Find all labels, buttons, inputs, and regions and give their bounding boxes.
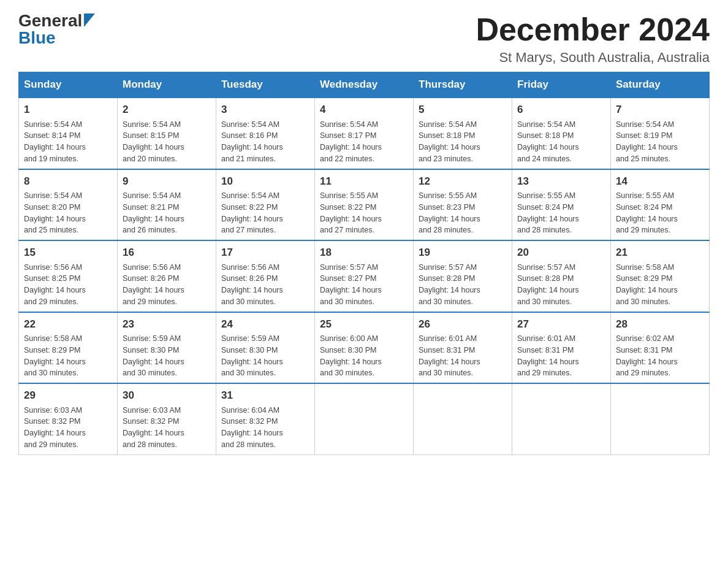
day-number: 15 — [24, 245, 112, 261]
day-info: Sunrise: 6:03 AMSunset: 8:32 PMDaylight:… — [123, 405, 211, 451]
weekday-header-tuesday: Tuesday — [216, 72, 315, 98]
day-cell-5: 5Sunrise: 5:54 AMSunset: 8:18 PMDaylight… — [414, 98, 512, 169]
empty-cell — [611, 383, 710, 454]
day-cell-1: 1Sunrise: 5:54 AMSunset: 8:14 PMDaylight… — [19, 98, 118, 169]
day-cell-23: 23Sunrise: 5:59 AMSunset: 8:30 PMDayligh… — [118, 312, 216, 384]
day-info: Sunrise: 6:00 AMSunset: 8:30 PMDaylight:… — [320, 333, 408, 379]
day-cell-18: 18Sunrise: 5:57 AMSunset: 8:27 PMDayligh… — [315, 240, 414, 312]
logo-blue: Blue — [18, 29, 56, 47]
day-cell-26: 26Sunrise: 6:01 AMSunset: 8:31 PMDayligh… — [414, 312, 512, 384]
day-info: Sunrise: 6:04 AMSunset: 8:32 PMDaylight:… — [221, 405, 309, 451]
day-cell-20: 20Sunrise: 5:57 AMSunset: 8:28 PMDayligh… — [512, 240, 611, 312]
day-cell-6: 6Sunrise: 5:54 AMSunset: 8:18 PMDaylight… — [512, 98, 611, 169]
day-info: Sunrise: 5:58 AMSunset: 8:29 PMDaylight:… — [24, 333, 112, 379]
day-cell-12: 12Sunrise: 5:55 AMSunset: 8:23 PMDayligh… — [414, 169, 512, 241]
day-cell-25: 25Sunrise: 6:00 AMSunset: 8:30 PMDayligh… — [315, 312, 414, 384]
day-info: Sunrise: 5:54 AMSunset: 8:18 PMDaylight:… — [419, 119, 507, 165]
day-number: 26 — [419, 316, 507, 332]
day-number: 21 — [616, 245, 704, 261]
day-cell-22: 22Sunrise: 5:58 AMSunset: 8:29 PMDayligh… — [19, 312, 118, 384]
logo: General Blue — [18, 12, 95, 47]
day-info: Sunrise: 5:54 AMSunset: 8:20 PMDaylight:… — [24, 190, 112, 236]
day-info: Sunrise: 5:54 AMSunset: 8:17 PMDaylight:… — [320, 119, 408, 165]
day-number: 8 — [24, 174, 112, 190]
day-number: 11 — [320, 174, 408, 190]
day-number: 20 — [517, 245, 605, 261]
day-number: 6 — [517, 102, 605, 118]
day-cell-19: 19Sunrise: 5:57 AMSunset: 8:28 PMDayligh… — [414, 240, 512, 312]
day-number: 18 — [320, 245, 408, 261]
title-block: December 2024 St Marys, South Australia,… — [476, 12, 710, 66]
day-number: 12 — [419, 174, 507, 190]
day-cell-7: 7Sunrise: 5:54 AMSunset: 8:19 PMDaylight… — [611, 98, 710, 169]
empty-cell — [315, 383, 414, 454]
day-info: Sunrise: 5:56 AMSunset: 8:25 PMDaylight:… — [24, 262, 112, 308]
day-info: Sunrise: 5:59 AMSunset: 8:30 PMDaylight:… — [123, 333, 211, 379]
day-cell-29: 29Sunrise: 6:03 AMSunset: 8:32 PMDayligh… — [19, 383, 118, 454]
day-number: 5 — [419, 102, 507, 118]
week-row-1: 1Sunrise: 5:54 AMSunset: 8:14 PMDaylight… — [19, 98, 710, 169]
day-number: 13 — [517, 174, 605, 190]
location-title: St Marys, South Australia, Australia — [476, 50, 710, 66]
day-info: Sunrise: 5:57 AMSunset: 8:27 PMDaylight:… — [320, 262, 408, 308]
day-number: 31 — [221, 388, 309, 404]
day-number: 10 — [221, 174, 309, 190]
day-info: Sunrise: 5:54 AMSunset: 8:21 PMDaylight:… — [123, 190, 211, 236]
day-info: Sunrise: 5:57 AMSunset: 8:28 PMDaylight:… — [517, 262, 605, 308]
day-info: Sunrise: 5:56 AMSunset: 8:26 PMDaylight:… — [123, 262, 211, 308]
week-row-4: 22Sunrise: 5:58 AMSunset: 8:29 PMDayligh… — [19, 312, 710, 384]
day-cell-30: 30Sunrise: 6:03 AMSunset: 8:32 PMDayligh… — [118, 383, 216, 454]
day-number: 9 — [123, 174, 211, 190]
day-info: Sunrise: 5:55 AMSunset: 8:22 PMDaylight:… — [320, 190, 408, 236]
empty-cell — [512, 383, 611, 454]
weekday-header-wednesday: Wednesday — [315, 72, 414, 98]
calendar-table: SundayMondayTuesdayWednesdayThursdayFrid… — [18, 72, 710, 455]
day-cell-31: 31Sunrise: 6:04 AMSunset: 8:32 PMDayligh… — [216, 383, 315, 454]
page-header: General Blue December 2024 St Marys, Sou… — [18, 12, 710, 66]
weekday-header-row: SundayMondayTuesdayWednesdayThursdayFrid… — [19, 72, 710, 98]
day-cell-10: 10Sunrise: 5:54 AMSunset: 8:22 PMDayligh… — [216, 169, 315, 241]
day-number: 24 — [221, 316, 309, 332]
week-row-3: 15Sunrise: 5:56 AMSunset: 8:25 PMDayligh… — [19, 240, 710, 312]
day-number: 14 — [616, 174, 704, 190]
day-number: 3 — [221, 102, 309, 118]
day-number: 4 — [320, 102, 408, 118]
logo-general: General — [18, 12, 82, 29]
logo-triangle-icon — [84, 13, 95, 27]
weekday-header-sunday: Sunday — [19, 72, 118, 98]
day-cell-11: 11Sunrise: 5:55 AMSunset: 8:22 PMDayligh… — [315, 169, 414, 241]
day-info: Sunrise: 5:54 AMSunset: 8:16 PMDaylight:… — [221, 119, 309, 165]
day-info: Sunrise: 6:02 AMSunset: 8:31 PMDaylight:… — [616, 333, 704, 379]
day-cell-27: 27Sunrise: 6:01 AMSunset: 8:31 PMDayligh… — [512, 312, 611, 384]
week-row-2: 8Sunrise: 5:54 AMSunset: 8:20 PMDaylight… — [19, 169, 710, 241]
day-number: 25 — [320, 316, 408, 332]
week-row-5: 29Sunrise: 6:03 AMSunset: 8:32 PMDayligh… — [19, 383, 710, 454]
day-cell-3: 3Sunrise: 5:54 AMSunset: 8:16 PMDaylight… — [216, 98, 315, 169]
day-info: Sunrise: 5:54 AMSunset: 8:19 PMDaylight:… — [616, 119, 704, 165]
day-number: 27 — [517, 316, 605, 332]
day-cell-4: 4Sunrise: 5:54 AMSunset: 8:17 PMDaylight… — [315, 98, 414, 169]
day-number: 7 — [616, 102, 704, 118]
day-info: Sunrise: 6:01 AMSunset: 8:31 PMDaylight:… — [419, 333, 507, 379]
day-info: Sunrise: 5:54 AMSunset: 8:14 PMDaylight:… — [24, 119, 112, 165]
day-cell-8: 8Sunrise: 5:54 AMSunset: 8:20 PMDaylight… — [19, 169, 118, 241]
day-number: 1 — [24, 102, 112, 118]
day-info: Sunrise: 5:55 AMSunset: 8:24 PMDaylight:… — [616, 190, 704, 236]
day-cell-2: 2Sunrise: 5:54 AMSunset: 8:15 PMDaylight… — [118, 98, 216, 169]
day-info: Sunrise: 5:56 AMSunset: 8:26 PMDaylight:… — [221, 262, 309, 308]
day-cell-13: 13Sunrise: 5:55 AMSunset: 8:24 PMDayligh… — [512, 169, 611, 241]
day-cell-28: 28Sunrise: 6:02 AMSunset: 8:31 PMDayligh… — [611, 312, 710, 384]
day-info: Sunrise: 5:58 AMSunset: 8:29 PMDaylight:… — [616, 262, 704, 308]
day-info: Sunrise: 5:54 AMSunset: 8:22 PMDaylight:… — [221, 190, 309, 236]
day-number: 19 — [419, 245, 507, 261]
day-info: Sunrise: 6:03 AMSunset: 8:32 PMDaylight:… — [24, 405, 112, 451]
weekday-header-thursday: Thursday — [414, 72, 512, 98]
weekday-header-friday: Friday — [512, 72, 611, 98]
day-number: 23 — [123, 316, 211, 332]
day-cell-15: 15Sunrise: 5:56 AMSunset: 8:25 PMDayligh… — [19, 240, 118, 312]
day-cell-16: 16Sunrise: 5:56 AMSunset: 8:26 PMDayligh… — [118, 240, 216, 312]
day-cell-9: 9Sunrise: 5:54 AMSunset: 8:21 PMDaylight… — [118, 169, 216, 241]
day-number: 2 — [123, 102, 211, 118]
day-info: Sunrise: 5:54 AMSunset: 8:18 PMDaylight:… — [517, 119, 605, 165]
day-number: 22 — [24, 316, 112, 332]
